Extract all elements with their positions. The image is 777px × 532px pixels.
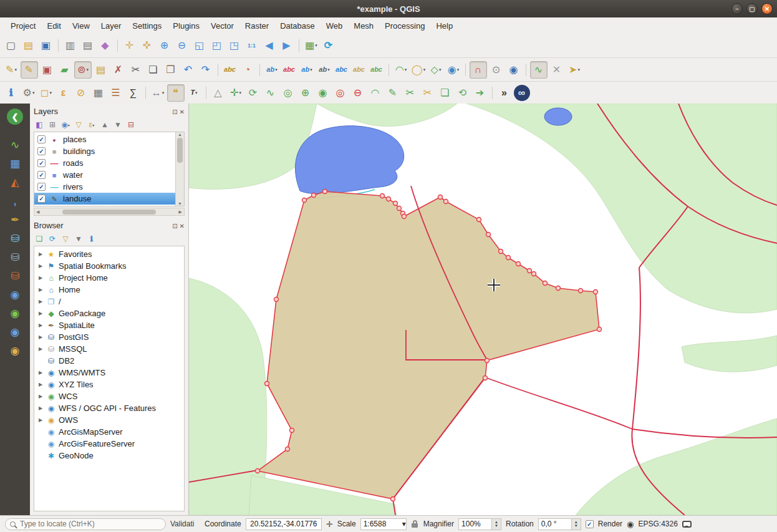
save-layer-edits-button[interactable]: ▣ [39, 62, 56, 78]
merge-features-button[interactable]: ❏ [437, 85, 453, 101]
browser-item-favorites[interactable]: ▶ ★ Favorites [34, 248, 184, 260]
deselect-all-button[interactable]: ⊘ [73, 85, 89, 101]
expand-arrow-icon[interactable]: ▶ [37, 417, 44, 423]
fill-ring-button[interactable]: ◉ [315, 85, 331, 101]
close-button[interactable]: ✕ [761, 3, 773, 14]
menu-item[interactable]: Raster [239, 18, 274, 34]
add-mssql-layer-button[interactable]: ⛁ [6, 249, 24, 266]
add-spatialite-layer-button[interactable]: ✒ [6, 211, 24, 228]
change-label-button[interactable]: abc [369, 62, 385, 78]
manage-map-themes-button[interactable]: ◉▾ [60, 119, 71, 130]
identify-features-button[interactable]: ℹ [3, 85, 19, 101]
open-project-button[interactable]: ▤ [21, 37, 37, 54]
add-ring-button[interactable]: ◎ [280, 85, 296, 101]
add-postgis-layer-button[interactable]: ⛁ [6, 230, 24, 247]
browser-filter-button[interactable]: ▽ [60, 233, 71, 244]
browser-collapse-all-button[interactable]: ▼ [73, 233, 84, 244]
expand-arrow-icon[interactable]: ▶ [37, 287, 44, 293]
search-binoculars-button[interactable]: ∞ [514, 85, 530, 101]
layer-diagram-button[interactable]: ◔ [239, 62, 256, 78]
add-polygon-feature-button[interactable]: ▰ [57, 62, 73, 78]
minimize-button[interactable]: – [731, 3, 743, 14]
delete-ring-button[interactable]: ◎ [332, 85, 349, 101]
split-parts-button[interactable]: ✂ [420, 85, 436, 101]
expand-arrow-icon[interactable]: ▶ [37, 370, 44, 375]
add-oracle-layer-button[interactable]: ⛁ [6, 268, 24, 284]
layer-row-rivers[interactable]: ✓ — rivers [34, 181, 176, 193]
expand-arrow-icon[interactable]: ▶ [37, 299, 44, 304]
labeling-options-button[interactable]: ab▾ [264, 62, 280, 78]
delete-selected-button[interactable]: ✗ [110, 62, 127, 78]
scroll-up-arrow-icon[interactable]: ▲ [178, 132, 182, 137]
paste-features-button[interactable]: ❐ [163, 62, 179, 78]
layer-visibility-checkbox[interactable]: ✓ [37, 135, 46, 143]
menu-item[interactable]: Processing [379, 18, 430, 34]
digitize-regular-polygon-button[interactable]: ◇▾ [428, 62, 444, 78]
zoom-to-selection-button[interactable]: ◰ [209, 37, 225, 54]
show-hide-labels-button[interactable]: ab▾ [316, 62, 332, 78]
layer-visibility-checkbox[interactable]: ✓ [37, 183, 46, 191]
menu-item[interactable]: Vector [205, 18, 239, 34]
modify-attributes-button[interactable]: ▤ [93, 62, 109, 78]
coordinate-box[interactable] [246, 518, 322, 530]
enable-tracing-button[interactable]: ∿ [530, 61, 548, 79]
expand-arrow-icon[interactable]: ▶ [37, 346, 44, 352]
rotation-spinbox[interactable]: ▲▼ [538, 518, 581, 530]
open-attribute-table-button[interactable]: ▦ [90, 85, 107, 101]
zoom-last-button[interactable]: ◀ [261, 37, 278, 54]
coordinate-input[interactable] [246, 520, 321, 528]
menu-item[interactable]: Database [274, 18, 321, 34]
collapse-all-button[interactable]: ▼ [112, 119, 123, 130]
digitize-ellipse-button[interactable]: ◉▾ [445, 62, 461, 78]
copy-features-button[interactable]: ❏ [145, 62, 162, 78]
zoom-full-button[interactable]: ◱ [191, 37, 208, 54]
map-canvas[interactable] [189, 104, 777, 515]
expand-arrow-icon[interactable]: ▶ [37, 394, 44, 399]
expand-arrow-icon[interactable]: ▶ [37, 382, 44, 387]
browser-item-spatial-bookmarks[interactable]: ▶ ⚑ Spatial Bookmarks [34, 260, 184, 272]
cut-features-button[interactable]: ✂ [128, 62, 144, 78]
browser-item-root[interactable]: ▶ ❐ / [34, 296, 184, 307]
refresh-button[interactable]: ⟳ [321, 37, 337, 54]
expand-arrow-icon[interactable]: ▶ [37, 405, 44, 411]
pin-labels-button[interactable]: ab▾ [299, 62, 315, 78]
browser-panel-close-button[interactable]: ✕ [180, 223, 185, 230]
snap-on-intersection-button[interactable]: ⊙ [488, 62, 504, 78]
toolbar-overflow-button[interactable]: » [496, 85, 513, 101]
expand-arrow-icon[interactable]: ▶ [37, 275, 44, 281]
menu-item[interactable]: Settings [127, 18, 167, 34]
save-project-button[interactable]: ▣ [38, 37, 54, 54]
move-label-button[interactable]: abc [334, 62, 350, 78]
render-checkbox[interactable]: ✓ [586, 520, 594, 528]
highlight-labels-button[interactable]: abc [281, 62, 297, 78]
scroll-right-arrow-icon[interactable]: ▶ [179, 210, 182, 215]
digitize-shape-button[interactable]: ◯▾ [410, 62, 427, 78]
browser-item-mssql[interactable]: ▶ ⛁ MSSQL [34, 343, 184, 355]
filter-by-expression-button[interactable]: ε▾ [86, 119, 97, 130]
browser-item-db2[interactable]: ⛁ DB2 [34, 355, 184, 367]
layer-visibility-checkbox[interactable]: ✓ [37, 147, 46, 155]
simplify-feature-button[interactable]: ∿ [263, 85, 279, 101]
open-layer-styling-button[interactable]: ◧ [34, 119, 45, 130]
add-part-button[interactable]: ⊕ [297, 85, 314, 101]
menu-item[interactable]: Layer [95, 18, 127, 34]
pan-map-button[interactable]: ✛ [122, 37, 138, 54]
expand-arrow-icon[interactable]: ▶ [37, 311, 44, 316]
browser-item-home[interactable]: ▶ ⌂ Home [34, 284, 184, 296]
browser-add-selected-layers-button[interactable]: ❏ [34, 233, 45, 244]
rotate-point-symbols-button[interactable]: ⟲ [455, 85, 471, 101]
add-delimited-text-layer-button[interactable]: , [6, 193, 24, 210]
offset-curve-button[interactable]: ◠ [367, 85, 384, 101]
style-manager-button[interactable]: ◆ [97, 37, 113, 54]
browser-item-xyz[interactable]: ▶ ◉ XYZ Tiles [34, 379, 184, 390]
menu-item[interactable]: View [67, 18, 95, 34]
expand-arrow-icon[interactable]: ▶ [37, 251, 44, 257]
zoom-to-layer-button[interactable]: ◳ [226, 37, 243, 54]
locate-search-box[interactable] [5, 518, 166, 530]
reshape-features-button[interactable]: ✎ [385, 85, 401, 101]
menu-item[interactable]: Help [430, 18, 458, 34]
browser-refresh-button[interactable]: ⟳ [47, 233, 58, 244]
title-bar[interactable]: *example - QGIS – ▢ ✕ [0, 0, 777, 17]
browser-item-wcs[interactable]: ▶ ◉ WCS [34, 390, 184, 402]
new-print-layout-button[interactable]: ▥ [62, 37, 79, 54]
